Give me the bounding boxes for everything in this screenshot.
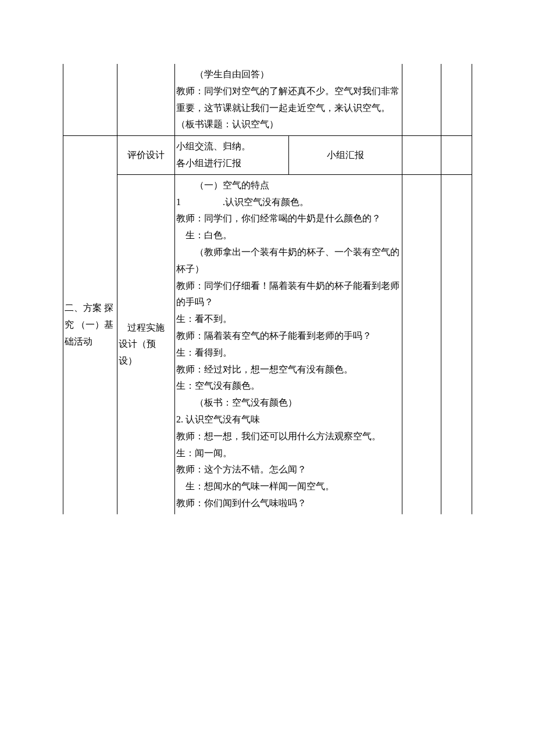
intro-line: 教师：同学们对空气的了解还真不少。空气对我们非常重要，这节课就让我们一起走近空气… bbox=[176, 83, 401, 133]
table-row: （学生自由回答） 教师：同学们对空气的了解还真不少。空气对我们非常重要，这节课就… bbox=[63, 64, 472, 136]
group-report-label: 小组汇报 bbox=[327, 150, 364, 160]
content-line: 生：看得到。 bbox=[176, 345, 401, 361]
content-line: 教师：想一想，我们还可以用什么方法观察空气。 bbox=[176, 428, 401, 445]
design-label-line1: 过程实施 bbox=[119, 320, 173, 336]
content-line: 生：闻一闻。 bbox=[176, 445, 401, 462]
content-line: 教师：你们闻到什么气味啦吗？ bbox=[176, 495, 401, 512]
content-heading: （一）空气的特点 bbox=[176, 177, 401, 194]
content-line: 教师：经过对比，想一想空气有没有颜色。 bbox=[176, 361, 401, 378]
content-item2: 2. 认识空气没有气味 bbox=[176, 411, 401, 428]
content-line: （板书：空气没有颜色） bbox=[176, 395, 401, 411]
design-label: 评价设计 bbox=[127, 150, 165, 160]
intro-line: （学生自由回答） bbox=[176, 66, 401, 83]
content-cell-group-left: 小组交流、归纳。 各小组进行汇报 bbox=[175, 136, 289, 175]
group-line: 小组交流、归纳。 bbox=[176, 138, 287, 155]
content-line: 教师：这个方法不错。怎么闻？ bbox=[176, 461, 401, 478]
table-row: 过程实施 设计（预设） （一）空气的特点 1 .认识空气没有颜色。 教师：同学们… bbox=[63, 174, 472, 514]
table-row: 二、方案 探究 （一）基础活动 评价设计 小组交流、归纳。 各小组进行汇报 小组… bbox=[63, 136, 472, 175]
design-cell-empty bbox=[117, 64, 175, 136]
design-label-line2: 设计（预设） bbox=[119, 336, 173, 370]
design-cell-process: 过程实施 设计（预设） bbox=[117, 174, 175, 514]
content-line: （教师拿出一个装有牛奶的杯子、一个装有空气的杯子） bbox=[176, 244, 401, 278]
item-label: .认识空气没有颜色。 bbox=[223, 197, 309, 207]
narrow-cell bbox=[402, 174, 441, 514]
section-label: 二、方案 探究 （一）基础活动 bbox=[65, 300, 116, 350]
content-line: 生：想闻水的气味一样闻一闻空气。 bbox=[176, 478, 401, 495]
narrow-cell bbox=[441, 136, 472, 175]
content-cell-main: （一）空气的特点 1 .认识空气没有颜色。 教师：同学们，你们经常喝的牛奶是什么… bbox=[175, 174, 402, 514]
narrow-cell bbox=[441, 174, 472, 514]
section-cell-empty bbox=[63, 64, 117, 136]
design-cell-evaluation: 评价设计 bbox=[117, 136, 175, 175]
lesson-plan-table: （学生自由回答） 教师：同学们对空气的了解还真不少。空气对我们非常重要，这节课就… bbox=[63, 64, 472, 514]
group-line: 各小组进行汇报 bbox=[176, 155, 287, 172]
content-line: 生：白色。 bbox=[176, 227, 401, 244]
section-cell: 二、方案 探究 （一）基础活动 bbox=[63, 136, 117, 514]
content-line: 教师：同学们仔细看！隔着装有牛奶的杯子能看到老师的手吗？ bbox=[176, 278, 401, 311]
content-line: 生：看不到。 bbox=[176, 311, 401, 328]
content-cell-intro: （学生自由回答） 教师：同学们对空气的了解还真不少。空气对我们非常重要，这节课就… bbox=[175, 64, 402, 136]
content-line: 生：空气没有颜色。 bbox=[176, 378, 401, 395]
content-cell-group-right: 小组汇报 bbox=[288, 136, 402, 175]
narrow-cell bbox=[402, 64, 441, 136]
item-number: 1 bbox=[176, 194, 186, 211]
content-line: 教师：隔着装有空气的杯子能看到老师的手吗？ bbox=[176, 328, 401, 345]
content-line: 教师：同学们，你们经常喝的牛奶是什么颜色的？ bbox=[176, 210, 401, 227]
content-item1: 1 .认识空气没有颜色。 bbox=[176, 194, 401, 211]
narrow-cell bbox=[441, 64, 472, 136]
page-container: （学生自由回答） 教师：同学们对空气的了解还真不少。空气对我们非常重要，这节课就… bbox=[0, 0, 535, 756]
narrow-cell bbox=[402, 136, 441, 175]
